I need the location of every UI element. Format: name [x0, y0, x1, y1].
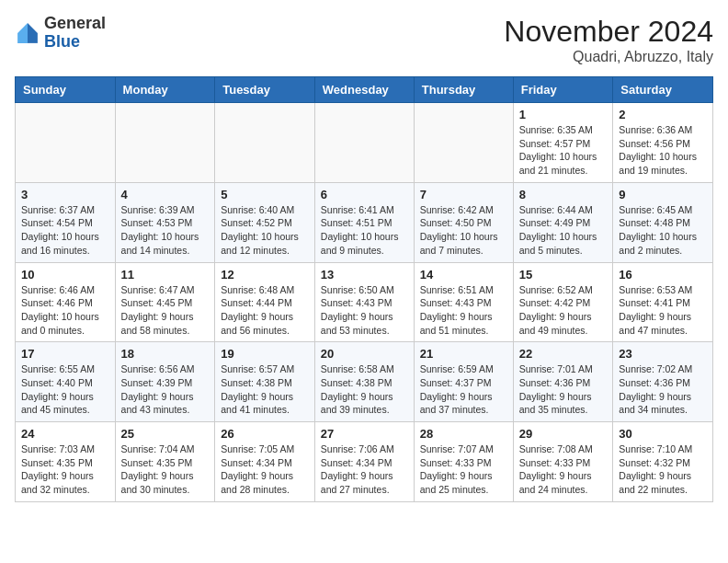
day-cell	[414, 103, 513, 183]
day-info: Sunrise: 7:02 AM Sunset: 4:36 PM Dayligh…	[619, 362, 707, 417]
day-info: Sunrise: 6:48 AM Sunset: 4:44 PM Dayligh…	[221, 283, 309, 338]
day-cell	[215, 103, 315, 183]
day-number: 24	[21, 427, 109, 441]
day-number: 21	[420, 347, 507, 361]
svg-marker-2	[28, 33, 38, 43]
header-wednesday: Wednesday	[314, 77, 414, 103]
title-block: November 2024 Quadri, Abruzzo, Italy	[504, 15, 713, 65]
logo-text: General Blue	[44, 15, 106, 52]
day-cell: 7Sunrise: 6:42 AM Sunset: 4:50 PM Daylig…	[414, 182, 513, 262]
day-number: 7	[420, 188, 507, 201]
day-number: 13	[321, 268, 408, 282]
day-info: Sunrise: 7:10 AM Sunset: 4:32 PM Dayligh…	[619, 442, 707, 497]
day-cell: 27Sunrise: 7:06 AM Sunset: 4:34 PM Dayli…	[314, 422, 414, 502]
location: Quadri, Abruzzo, Italy	[504, 49, 713, 65]
day-cell: 23Sunrise: 7:02 AM Sunset: 4:36 PM Dayli…	[613, 342, 713, 422]
week-row-4: 17Sunrise: 6:55 AM Sunset: 4:40 PM Dayli…	[16, 342, 713, 422]
logo: General Blue	[15, 15, 106, 52]
day-info: Sunrise: 6:39 AM Sunset: 4:53 PM Dayligh…	[121, 203, 210, 258]
day-cell: 18Sunrise: 6:56 AM Sunset: 4:39 PM Dayli…	[115, 342, 215, 422]
day-cell: 29Sunrise: 7:08 AM Sunset: 4:33 PM Dayli…	[513, 422, 613, 502]
day-info: Sunrise: 6:51 AM Sunset: 4:43 PM Dayligh…	[420, 283, 507, 338]
day-info: Sunrise: 7:06 AM Sunset: 4:34 PM Dayligh…	[321, 442, 408, 497]
day-cell: 13Sunrise: 6:50 AM Sunset: 4:43 PM Dayli…	[314, 262, 414, 342]
day-cell: 12Sunrise: 6:48 AM Sunset: 4:44 PM Dayli…	[215, 262, 315, 342]
day-cell: 17Sunrise: 6:55 AM Sunset: 4:40 PM Dayli…	[16, 342, 116, 422]
day-info: Sunrise: 7:03 AM Sunset: 4:35 PM Dayligh…	[21, 442, 109, 497]
day-info: Sunrise: 7:04 AM Sunset: 4:35 PM Dayligh…	[121, 442, 210, 497]
day-number: 4	[121, 188, 210, 201]
day-number: 30	[619, 427, 707, 441]
day-cell: 1Sunrise: 6:35 AM Sunset: 4:57 PM Daylig…	[513, 103, 613, 183]
week-row-1: 1Sunrise: 6:35 AM Sunset: 4:57 PM Daylig…	[16, 103, 713, 183]
day-number: 18	[121, 347, 210, 361]
day-info: Sunrise: 6:56 AM Sunset: 4:39 PM Dayligh…	[121, 362, 210, 417]
day-number: 8	[519, 188, 608, 201]
day-cell: 11Sunrise: 6:47 AM Sunset: 4:45 PM Dayli…	[115, 262, 215, 342]
day-number: 17	[21, 347, 109, 361]
day-number: 9	[619, 188, 707, 201]
day-cell: 5Sunrise: 6:40 AM Sunset: 4:52 PM Daylig…	[215, 182, 315, 262]
page-header: General Blue November 2024 Quadri, Abruz…	[15, 15, 713, 65]
day-info: Sunrise: 6:55 AM Sunset: 4:40 PM Dayligh…	[21, 362, 109, 417]
day-number: 3	[21, 188, 109, 201]
day-number: 15	[519, 268, 608, 282]
day-number: 23	[619, 347, 707, 361]
day-number: 25	[121, 427, 210, 441]
day-cell: 4Sunrise: 6:39 AM Sunset: 4:53 PM Daylig…	[115, 182, 215, 262]
day-cell: 25Sunrise: 7:04 AM Sunset: 4:35 PM Dayli…	[115, 422, 215, 502]
day-number: 28	[420, 427, 507, 441]
day-info: Sunrise: 6:58 AM Sunset: 4:38 PM Dayligh…	[321, 362, 408, 417]
header-row: Sunday Monday Tuesday Wednesday Thursday…	[16, 77, 713, 103]
day-info: Sunrise: 6:47 AM Sunset: 4:45 PM Dayligh…	[121, 283, 210, 338]
day-cell: 21Sunrise: 6:59 AM Sunset: 4:37 PM Dayli…	[414, 342, 513, 422]
day-number: 2	[619, 108, 707, 121]
logo-line2: Blue	[44, 33, 106, 52]
calendar-table: Sunday Monday Tuesday Wednesday Thursday…	[15, 76, 713, 502]
day-info: Sunrise: 6:53 AM Sunset: 4:41 PM Dayligh…	[619, 283, 707, 338]
day-cell: 6Sunrise: 6:41 AM Sunset: 4:51 PM Daylig…	[314, 182, 414, 262]
day-number: 1	[519, 108, 608, 121]
day-number: 22	[519, 347, 608, 361]
day-info: Sunrise: 6:35 AM Sunset: 4:57 PM Dayligh…	[519, 123, 608, 178]
day-info: Sunrise: 7:07 AM Sunset: 4:33 PM Dayligh…	[420, 442, 507, 497]
header-tuesday: Tuesday	[215, 77, 315, 103]
day-info: Sunrise: 6:52 AM Sunset: 4:42 PM Dayligh…	[519, 283, 608, 338]
day-cell: 9Sunrise: 6:45 AM Sunset: 4:48 PM Daylig…	[613, 182, 713, 262]
day-number: 5	[221, 188, 309, 201]
day-number: 6	[321, 188, 408, 201]
header-thursday: Thursday	[414, 77, 513, 103]
day-cell: 19Sunrise: 6:57 AM Sunset: 4:38 PM Dayli…	[215, 342, 315, 422]
day-info: Sunrise: 6:57 AM Sunset: 4:38 PM Dayligh…	[221, 362, 309, 417]
day-cell: 8Sunrise: 6:44 AM Sunset: 4:49 PM Daylig…	[513, 182, 613, 262]
day-number: 16	[619, 268, 707, 282]
day-cell: 15Sunrise: 6:52 AM Sunset: 4:42 PM Dayli…	[513, 262, 613, 342]
day-number: 11	[121, 268, 210, 282]
day-cell: 3Sunrise: 6:37 AM Sunset: 4:54 PM Daylig…	[16, 182, 116, 262]
day-cell: 28Sunrise: 7:07 AM Sunset: 4:33 PM Dayli…	[414, 422, 513, 502]
day-info: Sunrise: 6:50 AM Sunset: 4:43 PM Dayligh…	[321, 283, 408, 338]
header-friday: Friday	[513, 77, 613, 103]
day-cell: 26Sunrise: 7:05 AM Sunset: 4:34 PM Dayli…	[215, 422, 315, 502]
week-row-3: 10Sunrise: 6:46 AM Sunset: 4:46 PM Dayli…	[16, 262, 713, 342]
day-number: 12	[221, 268, 309, 282]
header-saturday: Saturday	[613, 77, 713, 103]
day-number: 10	[21, 268, 109, 282]
day-info: Sunrise: 7:05 AM Sunset: 4:34 PM Dayligh…	[221, 442, 309, 497]
day-cell: 2Sunrise: 6:36 AM Sunset: 4:56 PM Daylig…	[613, 103, 713, 183]
header-monday: Monday	[115, 77, 215, 103]
header-sunday: Sunday	[16, 77, 116, 103]
day-cell: 20Sunrise: 6:58 AM Sunset: 4:38 PM Dayli…	[314, 342, 414, 422]
day-info: Sunrise: 6:46 AM Sunset: 4:46 PM Dayligh…	[21, 283, 109, 338]
day-number: 27	[321, 427, 408, 441]
day-info: Sunrise: 6:42 AM Sunset: 4:50 PM Dayligh…	[420, 203, 507, 258]
day-info: Sunrise: 6:37 AM Sunset: 4:54 PM Dayligh…	[21, 203, 109, 258]
day-info: Sunrise: 6:36 AM Sunset: 4:56 PM Dayligh…	[619, 123, 707, 178]
day-number: 26	[221, 427, 309, 441]
day-info: Sunrise: 6:44 AM Sunset: 4:49 PM Dayligh…	[519, 203, 608, 258]
day-number: 20	[321, 347, 408, 361]
day-cell: 10Sunrise: 6:46 AM Sunset: 4:46 PM Dayli…	[16, 262, 116, 342]
day-info: Sunrise: 7:08 AM Sunset: 4:33 PM Dayligh…	[519, 442, 608, 497]
day-number: 14	[420, 268, 507, 282]
week-row-2: 3Sunrise: 6:37 AM Sunset: 4:54 PM Daylig…	[16, 182, 713, 262]
